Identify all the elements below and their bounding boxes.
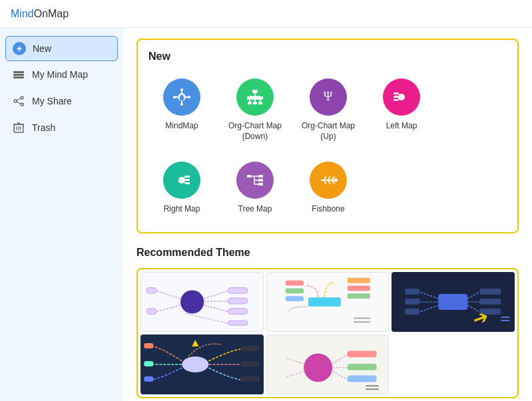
theme-card-4[interactable]: [140, 334, 264, 394]
svg-line-120: [332, 372, 347, 380]
left-map-icon: [383, 78, 420, 116]
svg-rect-47: [185, 182, 190, 184]
tree-map-label: Tree Map: [238, 204, 272, 215]
right-map-label: Right Map: [164, 204, 200, 215]
trash-icon: [12, 121, 25, 134]
svg-rect-76: [146, 287, 156, 293]
theme-card-5[interactable]: [266, 334, 390, 394]
map-item-tree-map[interactable]: Tree Map: [222, 155, 288, 221]
theme-card-3[interactable]: ➔: [392, 272, 515, 332]
svg-rect-109: [144, 361, 153, 366]
svg-line-73: [204, 305, 228, 312]
svg-rect-111: [240, 346, 259, 351]
svg-rect-46: [185, 179, 190, 181]
svg-rect-45: [185, 176, 190, 178]
svg-rect-33: [248, 102, 252, 104]
sidebar-item-my-mind-map-label: My Mind Map: [32, 69, 88, 80]
right-map-icon: [163, 162, 200, 199]
map-item-fishbone[interactable]: Fishbone: [295, 155, 362, 221]
svg-rect-99: [405, 289, 420, 295]
svg-rect-23: [180, 99, 184, 100]
sidebar-item-new-label: New: [33, 43, 51, 54]
svg-point-4: [14, 100, 17, 102]
svg-rect-81: [308, 297, 341, 307]
svg-rect-74: [228, 309, 247, 315]
sidebar-item-trash[interactable]: Trash: [0, 114, 123, 141]
theme-section: ➔: [136, 268, 519, 398]
svg-rect-57: [258, 179, 263, 182]
svg-rect-91: [439, 294, 468, 310]
map-item-org-chart-down[interactable]: Org-Chart Map(Down): [222, 72, 288, 148]
svg-rect-101: [405, 299, 420, 305]
org-chart-up-label: Org-Chart Map (Up): [300, 121, 356, 142]
svg-rect-108: [144, 343, 153, 348]
sidebar: + New My Mind Map: [0, 28, 123, 401]
svg-rect-78: [146, 309, 156, 315]
svg-rect-110: [144, 376, 153, 382]
header: MindOnMap: [0, 0, 532, 28]
svg-rect-28: [252, 96, 258, 100]
svg-rect-117: [347, 350, 376, 357]
svg-rect-119: [347, 364, 376, 370]
svg-point-16: [180, 88, 183, 91]
svg-point-68: [180, 290, 204, 313]
svg-rect-112: [240, 361, 259, 366]
svg-line-75: [156, 291, 180, 299]
map-item-mindmap[interactable]: MindMap: [148, 72, 215, 148]
logo: MindOnMap: [11, 8, 69, 20]
svg-rect-40: [394, 99, 398, 101]
map-icon: [12, 68, 25, 81]
svg-point-18: [180, 103, 183, 106]
svg-point-5: [21, 103, 23, 106]
svg-rect-113: [240, 376, 259, 382]
org-chart-down-label: Org-Chart Map(Down): [228, 121, 282, 142]
svg-rect-51: [247, 175, 251, 178]
new-section: New: [136, 39, 519, 233]
fishbone-icon: [310, 162, 347, 199]
svg-point-115: [304, 353, 332, 382]
svg-rect-86: [347, 285, 370, 291]
svg-line-49: [183, 180, 185, 181]
svg-point-20: [173, 96, 176, 98]
svg-rect-85: [347, 278, 370, 283]
svg-point-107: [182, 356, 208, 372]
theme-card-1[interactable]: [140, 272, 264, 332]
svg-rect-59: [258, 183, 263, 186]
svg-line-42: [398, 97, 400, 98]
svg-rect-70: [228, 287, 247, 293]
svg-rect-72: [228, 298, 247, 304]
sidebar-item-my-mind-map[interactable]: My Mind Map: [0, 61, 123, 88]
theme-card-2[interactable]: [266, 272, 390, 332]
map-item-org-chart-up[interactable]: Ψ Org-Chart Map (Up): [295, 72, 362, 148]
svg-point-3: [21, 96, 23, 99]
svg-rect-34: [253, 102, 257, 104]
map-item-left-map[interactable]: Left Map: [368, 72, 435, 148]
map-item-right-map[interactable]: Right Map: [148, 155, 215, 221]
svg-point-22: [188, 96, 190, 98]
svg-rect-87: [347, 293, 370, 299]
svg-line-116: [332, 354, 347, 364]
plus-icon: +: [13, 42, 26, 55]
svg-rect-29: [258, 96, 263, 100]
svg-line-77: [156, 305, 180, 312]
org-chart-down-icon: [236, 78, 274, 116]
svg-rect-93: [480, 289, 501, 295]
tree-map-icon: [236, 162, 274, 199]
svg-rect-39: [394, 96, 398, 98]
svg-line-6: [17, 98, 21, 100]
svg-rect-38: [394, 92, 398, 94]
fishbone-label: Fishbone: [312, 204, 344, 215]
svg-rect-0: [13, 71, 24, 73]
svg-rect-95: [480, 299, 501, 305]
svg-rect-97: [480, 309, 501, 315]
new-section-title: New: [148, 51, 507, 63]
sidebar-item-new[interactable]: + New: [5, 36, 118, 61]
svg-line-125: [285, 372, 303, 378]
svg-rect-83: [285, 288, 303, 293]
recommended-section-title: Recommended Theme: [136, 247, 519, 259]
svg-rect-27: [247, 96, 252, 100]
svg-rect-35: [258, 102, 262, 104]
svg-rect-84: [285, 296, 303, 301]
sidebar-item-my-share[interactable]: My Share: [0, 88, 123, 114]
svg-rect-103: [405, 309, 420, 315]
